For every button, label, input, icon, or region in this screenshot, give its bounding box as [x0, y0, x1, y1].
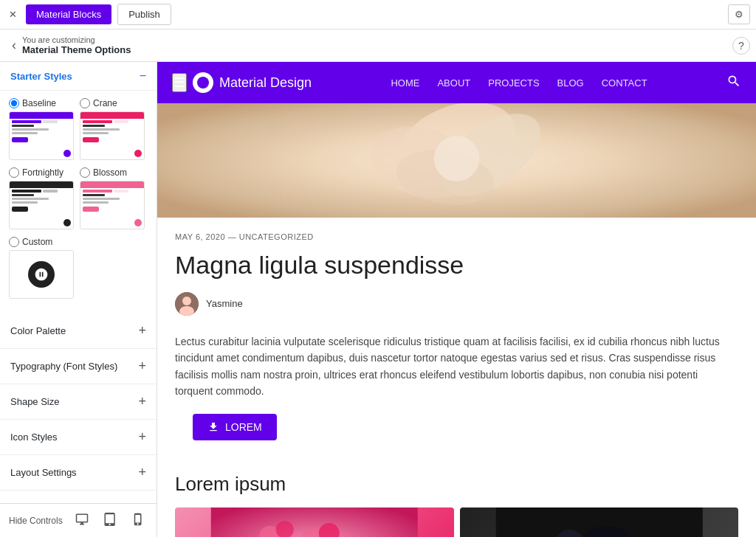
- site-nav: HOME ABOUT PROJECTS BLOG CONTACT: [391, 77, 647, 89]
- customizing-label: You are customizing: [22, 35, 732, 44]
- hide-controls-label: Hide Controls: [9, 516, 63, 526]
- collapse-button[interactable]: −: [140, 69, 146, 83]
- gear-button[interactable]: ⚙: [728, 4, 750, 24]
- blossom-radio-label[interactable]: Blossom: [80, 167, 145, 178]
- styles-grid: Baseline: [0, 91, 157, 313]
- gear-icon: ⚙: [735, 9, 743, 20]
- svg-point-7: [182, 297, 191, 305]
- sidebar-bottom: Hide Controls: [0, 503, 157, 537]
- typography-section[interactable]: Typography (Font Styles) +: [0, 349, 157, 384]
- main-layout: Starter Styles − Baseline: [0, 62, 756, 537]
- layout-settings-section[interactable]: Layout Settings +: [0, 455, 157, 491]
- custom-icon: [28, 261, 55, 288]
- baseline-radio-label[interactable]: Baseline: [9, 98, 74, 108]
- blog-content: MAY 6, 2020 — UNCATEGORIZED Magna ligula…: [157, 103, 756, 537]
- material-blocks-button[interactable]: Material Blocks: [26, 4, 111, 24]
- shape-size-expand-icon: +: [138, 394, 146, 409]
- nav-about[interactable]: ABOUT: [437, 77, 470, 89]
- style-item-baseline: Baseline: [9, 98, 74, 160]
- custom-preview[interactable]: [9, 250, 74, 299]
- author-name: Yasmine: [206, 298, 243, 309]
- image-dark: [460, 507, 739, 537]
- hamburger-button[interactable]: ☰: [172, 73, 187, 92]
- fortnightly-radio-label[interactable]: Fortnightly: [9, 167, 74, 178]
- crane-radio-label[interactable]: Crane: [80, 98, 145, 108]
- post-title: Magna ligula suspendisse: [157, 247, 756, 289]
- style-row-3: Custom: [9, 237, 148, 299]
- help-button[interactable]: ?: [732, 37, 750, 55]
- close-icon: ✕: [9, 9, 17, 20]
- nav-home[interactable]: HOME: [391, 77, 419, 89]
- hero-flower: [157, 103, 756, 218]
- image-pink: [175, 507, 454, 537]
- baseline-radio[interactable]: [9, 98, 19, 108]
- logo-inner: [197, 77, 209, 89]
- typography-label: Typography (Font Styles): [10, 361, 117, 372]
- style-item-custom: Custom: [9, 237, 74, 299]
- site-title: Material Design: [219, 75, 312, 91]
- lorem-button[interactable]: LOREM: [193, 414, 277, 440]
- post-body: Lectus curabitur lacinia vulputate scele…: [157, 328, 756, 412]
- section-title: Lorem ipsum: [157, 467, 756, 507]
- nav-projects[interactable]: PROJECTS: [488, 77, 539, 89]
- style-item-blossom: Blossom: [80, 167, 145, 229]
- icon-styles-expand-icon: +: [138, 429, 146, 445]
- starter-styles-section: Starter Styles −: [0, 62, 157, 91]
- back-icon: ‹: [12, 38, 16, 52]
- style-row-2: Fortnightly: [9, 167, 148, 229]
- search-button[interactable]: [726, 74, 741, 92]
- author-avatar: [175, 292, 199, 316]
- crane-preview[interactable]: [80, 111, 145, 160]
- blossom-preview[interactable]: [80, 181, 145, 229]
- color-palette-section[interactable]: Color Palette +: [0, 313, 157, 349]
- blossom-label: Blossom: [93, 167, 127, 178]
- layout-settings-label: Layout Settings: [10, 467, 77, 478]
- layout-settings-expand-icon: +: [138, 465, 146, 480]
- fortnightly-label: Fortnightly: [22, 167, 63, 178]
- fortnightly-radio[interactable]: [9, 167, 19, 178]
- sidebar-content: Starter Styles − Baseline: [0, 62, 157, 503]
- preview-area: ☰ Material Design HOME ABOUT PROJECTS BL…: [157, 62, 756, 537]
- icon-styles-label: Icon Styles: [10, 432, 58, 443]
- top-bar-left: ✕ Material Blocks Publish: [6, 4, 171, 25]
- color-palette-label: Color Palette: [10, 325, 66, 336]
- icon-styles-section[interactable]: Icon Styles +: [0, 420, 157, 455]
- hero-image: [157, 103, 756, 218]
- custom-radio-label[interactable]: Custom: [9, 237, 74, 247]
- top-bar: ✕ Material Blocks Publish ⚙: [0, 0, 756, 30]
- image-grid: [157, 507, 756, 537]
- mobile-view-button[interactable]: [128, 510, 148, 531]
- blossom-radio[interactable]: [80, 167, 90, 178]
- lorem-button-label: LOREM: [225, 421, 262, 433]
- nav-contact[interactable]: CONTACT: [602, 77, 647, 89]
- crane-radio[interactable]: [80, 98, 90, 108]
- sidebar: Starter Styles − Baseline: [0, 62, 157, 537]
- desktop-view-button[interactable]: [72, 510, 92, 531]
- author-row: Yasmine: [157, 289, 756, 328]
- shape-size-section[interactable]: Shape Size +: [0, 384, 157, 420]
- style-item-crane: Crane: [80, 98, 145, 160]
- nav-blog[interactable]: BLOG: [557, 77, 584, 89]
- svg-point-5: [434, 136, 480, 181]
- color-palette-expand-icon: +: [138, 323, 146, 339]
- site-logo-area: ☰ Material Design: [172, 72, 312, 93]
- publish-button[interactable]: Publish: [117, 4, 171, 25]
- site-header: ☰ Material Design HOME ABOUT PROJECTS BL…: [157, 62, 756, 103]
- starter-styles-title: Starter Styles: [10, 71, 72, 82]
- shape-size-label: Shape Size: [10, 396, 60, 407]
- custom-radio[interactable]: [9, 237, 19, 247]
- custom-label: Custom: [22, 237, 52, 247]
- back-button[interactable]: ‹: [6, 35, 22, 56]
- tablet-view-button[interactable]: [100, 510, 120, 531]
- post-meta: MAY 6, 2020 — UNCATEGORIZED: [157, 218, 756, 247]
- baseline-preview[interactable]: [9, 111, 74, 160]
- crane-label: Crane: [93, 98, 117, 108]
- second-bar: ‹ You are customizing Material Theme Opt…: [0, 30, 756, 62]
- customizing-info: You are customizing Material Theme Optio…: [22, 35, 732, 55]
- customizing-title: Material Theme Options: [22, 44, 732, 55]
- help-icon: ?: [738, 40, 744, 52]
- style-item-fortnightly: Fortnightly: [9, 167, 74, 229]
- typography-expand-icon: +: [138, 358, 146, 374]
- fortnightly-preview[interactable]: [9, 181, 74, 229]
- close-button[interactable]: ✕: [6, 6, 20, 23]
